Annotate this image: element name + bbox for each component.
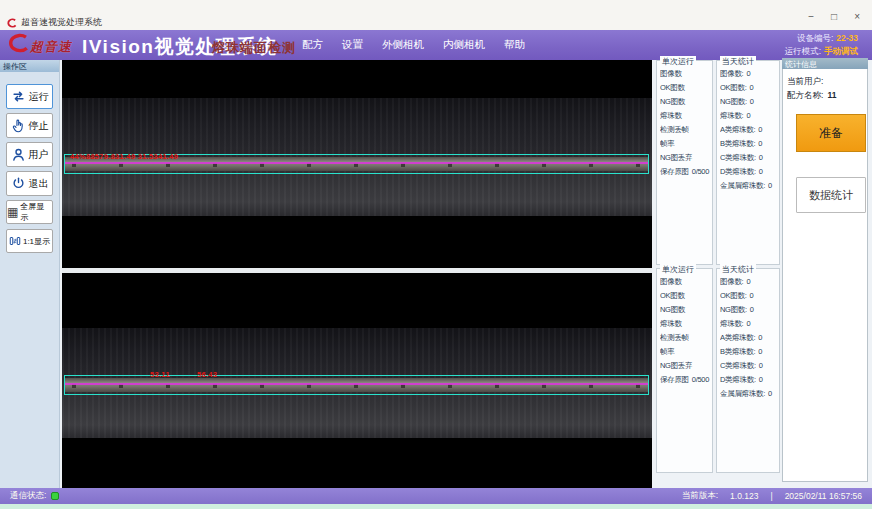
scan-line <box>65 383 648 385</box>
run-cycle-icon <box>11 89 26 104</box>
stat-row: 金属屑熔珠数:0 <box>720 389 779 403</box>
stat-row: 检测丢帧 <box>660 333 712 347</box>
comm-status-indicator <box>51 492 59 500</box>
stat-row: 熔珠数:0 <box>720 319 779 333</box>
today-stats-title: 当天统计 <box>720 264 756 275</box>
stat-row: NG图数:0 <box>720 305 779 319</box>
run-button[interactable]: 运行 <box>6 84 53 109</box>
recipe-name-value: 11 <box>827 90 836 100</box>
close-icon[interactable]: × <box>854 11 860 23</box>
scan-line <box>65 162 648 164</box>
menu-item[interactable]: 设置 <box>342 38 363 52</box>
run-mode-value: 手动调试 <box>824 46 858 56</box>
stat-row: 熔珠数 <box>660 111 712 125</box>
exit-button-label: 退出 <box>29 177 49 191</box>
stat-row: D类熔珠数:0 <box>720 167 779 181</box>
one-to-one-button-label: 1:1显示 <box>23 236 50 247</box>
statistics-info-panel: 统计信息 当前用户: 配方名称:11 准备 数据统计 <box>782 58 868 482</box>
stat-row: 图像数:0 <box>720 69 779 83</box>
stat-row: OK图数 <box>660 83 712 97</box>
minimize-icon[interactable]: − <box>808 11 814 23</box>
user-button[interactable]: 用户 <box>6 142 53 167</box>
stat-row: A类熔珠数:0 <box>720 333 779 347</box>
datetime-value: 2025/02/11 16:57:56 <box>785 491 862 501</box>
brand-name: 超音速 <box>30 38 72 56</box>
today-stats-title: 当天统计 <box>720 56 756 67</box>
stat-row: NG图丢弃 <box>660 153 712 167</box>
camera-view-outer[interactable]: 44%88579.831.49 31.5341.49 <box>62 60 652 268</box>
app-subtitle: 熔珠端面检测 <box>212 39 296 57</box>
weld-strip <box>65 378 648 392</box>
stat-row: NG图数 <box>660 305 712 319</box>
status-separator: | <box>770 491 772 501</box>
data-statistics-button[interactable]: 数据统计 <box>796 177 866 213</box>
stat-row: OK图数:0 <box>720 291 779 305</box>
device-info: 设备编号:22-33 运行模式:手动调试 <box>785 32 858 58</box>
stat-row: NG图数 <box>660 97 712 111</box>
window-bottom-edge <box>0 504 872 509</box>
device-number-label: 设备编号: <box>797 33 833 43</box>
single-run-groupbox: 单次运行 图像数OK图数NG图数熔珠数检测丢帧帧率NG图丢弃保存原图0/500 <box>656 268 713 473</box>
version-label: 当前版本: <box>682 490 718 502</box>
maximize-icon[interactable]: □ <box>831 11 837 23</box>
stat-row: C类熔珠数:0 <box>720 153 779 167</box>
single-run-groupbox: 单次运行 图像数OK图数NG图数熔珠数检测丢帧帧率NG图丢弃保存原图0/500 <box>656 60 713 265</box>
stat-row: 图像数 <box>660 277 712 291</box>
stop-button[interactable]: 停止 <box>6 113 53 138</box>
camera-view-inner[interactable]: 53.11 56.43 <box>62 273 652 488</box>
stat-row: 金属屑熔珠数:0 <box>720 181 779 195</box>
today-stats-groupbox: 当天统计 图像数:0OK图数:0NG图数:0熔珠数:0A类熔珠数:0B类熔珠数:… <box>716 60 780 265</box>
measurement-annotation: 44%88579.831.49 31.5341.49 <box>70 152 178 161</box>
menu-item[interactable]: 配方 <box>302 38 323 52</box>
stat-row: 帧率 <box>660 139 712 153</box>
single-run-title: 单次运行 <box>660 56 696 67</box>
stat-row: 图像数 <box>660 69 712 83</box>
operation-sidebar: 操作区 运行 停止 <box>0 60 60 488</box>
title-bar: 超音速视觉处理系统 − □ × <box>0 0 872 30</box>
measurement-annotation: 56.43 <box>197 370 217 379</box>
stats-panel-inner: 单次运行 图像数OK图数NG图数熔珠数检测丢帧帧率NG图丢弃保存原图0/500 … <box>656 268 780 473</box>
fullscreen-button[interactable]: ▦ 全屏显示 <box>6 200 53 224</box>
stat-row: C类熔珠数:0 <box>720 361 779 375</box>
user-icon <box>11 147 26 162</box>
stat-row: NG图丢弃 <box>660 361 712 375</box>
exit-button[interactable]: 退出 <box>6 171 53 196</box>
stat-row: B类熔珠数:0 <box>720 139 779 153</box>
fullscreen-grid-icon: ▦ <box>7 206 18 218</box>
menu-item[interactable]: 内侧相机 <box>443 38 485 52</box>
window-title: 超音速视觉处理系统 <box>21 16 102 29</box>
stat-row: 保存原图0/500 <box>660 167 712 181</box>
stat-row: 图像数:0 <box>720 277 779 291</box>
measurement-annotation: 53.11 <box>150 370 170 379</box>
stat-row: B类熔珠数:0 <box>720 347 779 361</box>
stat-row: 保存原图0/500 <box>660 375 712 389</box>
brand-logo-icon <box>4 33 31 57</box>
stat-row: OK图数 <box>660 291 712 305</box>
menu-item[interactable]: 帮助 <box>504 38 525 52</box>
camera-viewports: 44%88579.831.49 31.5341.49 53.11 56.43 <box>62 60 652 488</box>
sidebar-title: 操作区 <box>0 60 59 72</box>
status-bar: 通信状态: 当前版本: 1.0.123 | 2025/02/11 16:57:5… <box>0 488 872 504</box>
stats-panel-outer: 单次运行 图像数OK图数NG图数熔珠数检测丢帧帧率NG图丢弃保存原图0/500 … <box>656 60 780 265</box>
comm-status-label: 通信状态: <box>10 490 46 502</box>
fullscreen-button-label: 全屏显示 <box>20 201 52 223</box>
info-panel-title: 统计信息 <box>782 58 868 69</box>
run-mode-label: 运行模式: <box>785 46 821 56</box>
single-run-title: 单次运行 <box>660 264 696 275</box>
version-value: 1.0.123 <box>730 491 758 501</box>
app-icon <box>6 15 17 26</box>
menu-item[interactable]: 外侧相机 <box>382 38 424 52</box>
stat-row: A类熔珠数:0 <box>720 125 779 139</box>
one-to-one-icon <box>9 235 21 247</box>
stat-row: 熔珠数:0 <box>720 111 779 125</box>
recipe-name-label: 配方名称: <box>787 90 823 100</box>
main-menu: 配方设置外侧相机内侧相机帮助 <box>302 30 525 60</box>
run-button-label: 运行 <box>29 90 49 104</box>
stat-row: NG图数:0 <box>720 97 779 111</box>
main-content: 操作区 运行 停止 <box>0 60 872 488</box>
current-user-label: 当前用户: <box>787 76 823 86</box>
one-to-one-button[interactable]: 1:1显示 <box>6 229 53 253</box>
stat-row: OK图数:0 <box>720 83 779 97</box>
today-stats-groupbox: 当天统计 图像数:0OK图数:0NG图数:0熔珠数:0A类熔珠数:0B类熔珠数:… <box>716 268 780 473</box>
prepare-button[interactable]: 准备 <box>796 114 866 152</box>
